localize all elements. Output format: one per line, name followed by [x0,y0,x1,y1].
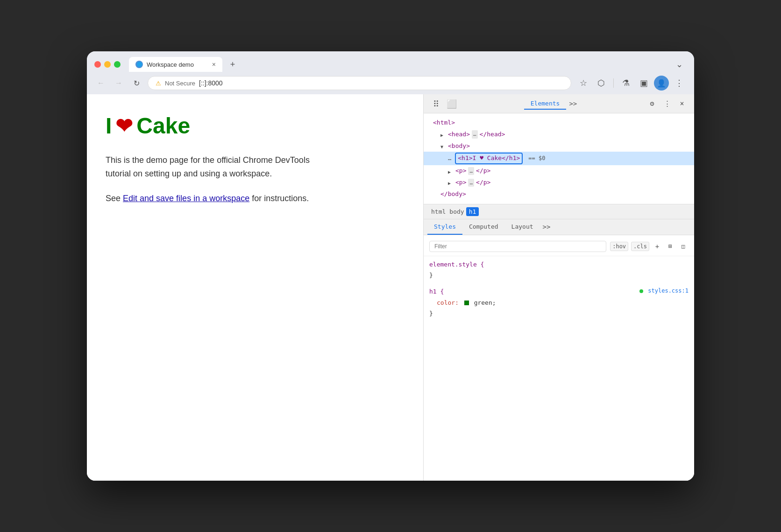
devtools-right-icons: ⚙ ⋮ × [646,97,689,110]
dom-head-triangle[interactable]: ▶ [440,132,446,137]
dom-html-line[interactable]: <html> [424,117,694,129]
styles-panel: Styles Computed Layout >> :hov .cls + ⊞ [424,219,694,481]
dom-tree: <html> ▶ <head> … </head> ▼ <body> … [424,113,694,204]
add-style-button[interactable]: + [652,241,662,252]
dom-body-close-tag: </body> [440,189,466,199]
dom-body-close-line[interactable]: </body> [424,189,694,200]
menu-icon[interactable]: ⋮ [672,76,687,91]
dom-p2-triangle[interactable]: ▶ [448,180,454,185]
devtools-settings-button[interactable]: ⚙ [646,97,659,110]
dom-h1-line[interactable]: … <h1>I ♥ Cake</h1> == $0 [424,152,694,165]
filter-input[interactable] [429,241,606,252]
filter-buttons: :hov .cls + ⊞ ◫ [610,241,689,252]
dom-body-line[interactable]: ▼ <body> [424,140,694,152]
dom-p1-dots[interactable]: … [468,167,474,175]
breadcrumb-html[interactable]: html [429,207,447,216]
browser-window: 🌐 Workspace demo × + ⌄ ← → ↻ ⚠ Not Secur… [87,51,694,481]
hov-button[interactable]: :hov [610,242,628,251]
h1-selector-line: h1 { styles.css:1 [429,286,689,297]
h1-selector: h1 { [429,286,444,297]
element-style-selector: element.style { [429,259,689,270]
dom-breadcrumb: html body h1 [424,204,694,219]
computed-sidebar-button[interactable]: ◫ [678,241,689,252]
minimize-traffic-light[interactable] [104,61,111,68]
sidebar-icon[interactable]: ▣ [636,76,651,91]
address-bar[interactable]: ⚠ Not Secure [::]:8000 [148,76,571,90]
css-source-link[interactable]: styles.css:1 [639,286,689,297]
dom-body-triangle[interactable]: ▼ [440,143,446,149]
breadcrumb-body[interactable]: body [447,207,466,216]
address-url: [::]:8000 [199,79,223,87]
device-mode-button[interactable]: ⬜ [445,97,458,110]
devtools-more-button[interactable]: ⋮ [660,97,674,110]
page-content: I ❤ Cake This is the demo page for the o… [87,94,423,481]
dom-p1-triangle[interactable]: ▶ [448,168,454,174]
tab-menu-button[interactable]: ⌄ [672,57,687,71]
maximize-traffic-light[interactable] [114,61,121,68]
element-style-block: element.style { } [424,256,694,284]
dom-html-tag: <html> [433,118,455,128]
browser-tab-active[interactable]: 🌐 Workspace demo × [129,57,222,72]
dom-p2-tag: <p> [455,178,466,188]
dom-h1-ellipsis[interactable]: … [448,154,451,163]
elements-tab[interactable]: Elements [524,98,567,110]
traffic-lights [94,61,121,68]
h1-style-block: h1 { styles.css:1 color: green; [424,283,694,322]
address-bar-row: ← → ↻ ⚠ Not Secure [::]:8000 ☆ ⬡ ⚗ ▣ 👤 ⋮ [87,72,694,94]
h1-color-value: green; [474,299,496,306]
close-traffic-light[interactable] [94,61,101,68]
styles-tab-computed[interactable]: Computed [462,219,505,235]
dom-h1-selected-box: <h1>I ♥ Cake</h1> [455,153,523,164]
tab-favicon: 🌐 [135,61,143,68]
styles-content: :hov .cls + ⊞ ◫ element.style { [424,235,694,481]
dom-p2-line[interactable]: ▶ <p> … </p> [424,177,694,189]
browser-content: I ❤ Cake This is the demo page for the o… [87,94,694,481]
forward-button[interactable]: → [112,77,125,90]
dom-p1-close-tag: </p> [476,166,490,176]
security-warning-icon: ⚠ [156,80,161,87]
title-bar: 🌐 Workspace demo × + ⌄ [87,51,694,72]
workspace-link[interactable]: Edit and save files in a workspace [123,194,249,203]
extensions-icon[interactable]: ⬡ [594,76,609,91]
color-swatch[interactable] [464,301,469,305]
refresh-button[interactable]: ↻ [130,77,143,90]
dom-p1-tag: <p> [455,166,466,176]
see-also-suffix: for instructions. [252,194,309,203]
tab-close-button[interactable]: × [212,61,216,68]
tab-row: 🌐 Workspace demo × + ⌄ [94,57,687,72]
breadcrumb-h1[interactable]: h1 [466,207,479,216]
page-description: This is the demo page for the official C… [106,154,330,181]
element-style-closing: } [429,270,689,280]
page-heading: I ❤ Cake [106,113,405,139]
h1-color-prop: color: [437,299,459,306]
dom-head-line[interactable]: ▶ <head> … </head> [424,129,694,140]
new-tab-button[interactable]: + [226,58,239,71]
dom-p2-dots[interactable]: … [468,179,474,187]
h1-color-property: color: green; [429,297,689,308]
dom-p1-line[interactable]: ▶ <p> … </p> [424,165,694,177]
dom-dollar-label: == $0 [528,154,545,163]
bookmark-icon[interactable]: ☆ [576,76,591,91]
styles-tab-styles[interactable]: Styles [427,219,462,235]
styles-more-tabs[interactable]: >> [540,219,554,235]
styles-tab-layout[interactable]: Layout [505,219,540,235]
tab-title: Workspace demo [147,61,208,68]
devtools-toolbar: ⠿ ⬜ Elements >> ⚙ ⋮ × [424,94,694,113]
inspect-element-button[interactable]: ⠿ [429,97,442,110]
styles-tabs: Styles Computed Layout >> [424,219,694,235]
dom-h1-open-tag: <h1>I ♥ Cake</h1> [458,154,520,163]
labs-icon[interactable]: ⚗ [618,76,633,91]
heart-emoji: ❤ [115,114,133,138]
see-also-prefix: See [106,194,121,203]
css-source-text[interactable]: styles.css:1 [648,287,689,294]
page-see-also: See Edit and save files in a workspace f… [106,192,330,205]
heading-suffix: Cake [136,113,190,139]
devtools-more-tabs[interactable]: >> [566,98,580,110]
cls-button[interactable]: .cls [631,242,649,251]
new-stylesheet-button[interactable]: ⊞ [665,241,675,252]
dom-head-dots[interactable]: … [472,130,478,139]
devtools-close-button[interactable]: × [675,97,689,110]
color-swatch-container: green; [464,299,496,306]
back-button[interactable]: ← [94,77,107,90]
profile-icon[interactable]: 👤 [654,76,669,91]
